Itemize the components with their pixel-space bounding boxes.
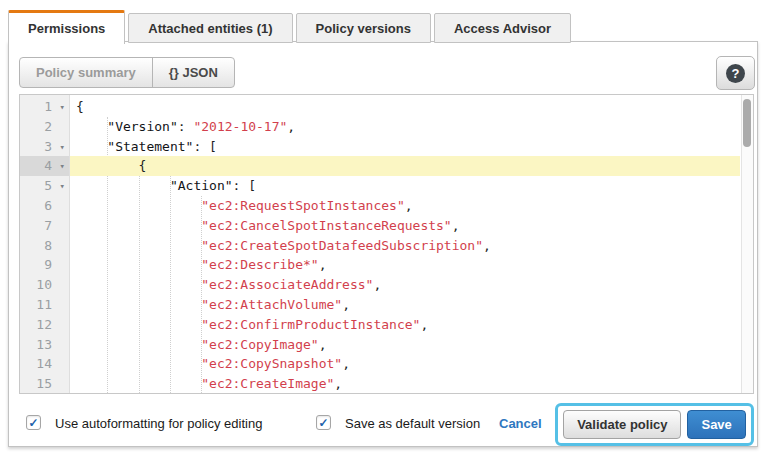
code-line-6[interactable]: 6 "ec2:RequestSpotInstances", (20, 196, 740, 216)
validate-policy-button[interactable]: Validate policy (563, 410, 681, 439)
code-line-10[interactable]: 10 "ec2:AssociateAddress", (20, 275, 740, 295)
code-text: "ec2:AttachVolume", (70, 295, 740, 315)
policy-detail-panel: Policy summary {} JSON ? 1▾{2 "Version":… (8, 41, 758, 447)
line-number[interactable]: 14 (20, 354, 70, 374)
code-line-12[interactable]: 12 "ec2:ConfirmProductInstance", (20, 315, 740, 335)
tab-label: Access Advisor (454, 21, 551, 36)
fold-arrow-icon[interactable]: ▾ (60, 177, 65, 197)
help-icon: ? (726, 64, 745, 83)
fold-arrow-icon[interactable]: ▾ (60, 98, 65, 118)
policy-json-editor[interactable]: 1▾{2 "Version": "2012-10-17",3▾ "Stateme… (19, 94, 754, 394)
code-line-3[interactable]: 3▾ "Statement": [ (20, 137, 740, 157)
code-text: "ec2:Describe*", (70, 255, 740, 275)
tab-attached-entities-1[interactable]: Attached entities (1) (128, 13, 292, 43)
code-line-8[interactable]: 8 "ec2:CreateSpotDatafeedSubscription", (20, 236, 740, 256)
code-text: "Action": [ (70, 176, 740, 196)
code-text: { (70, 156, 740, 176)
tab-label: Policy versions (316, 21, 411, 36)
save-default-version-checkbox[interactable]: ✓ (316, 415, 331, 430)
help-button[interactable]: ? (716, 56, 755, 90)
line-number[interactable]: 2 (20, 117, 70, 137)
line-number[interactable]: 9 (20, 255, 70, 275)
code-text: "ec2:AssociateAddress", (70, 275, 740, 295)
save-default-version-label: Save as default version (345, 416, 480, 431)
code-lines: 1▾{2 "Version": "2012-10-17",3▾ "Stateme… (20, 97, 740, 394)
fold-arrow-icon[interactable]: ▾ (60, 157, 65, 177)
code-line-5[interactable]: 5▾ "Action": [ (20, 176, 740, 196)
json-view-button[interactable]: {} JSON (153, 58, 234, 87)
line-number[interactable]: 10 (20, 275, 70, 295)
code-line-9[interactable]: 9 "ec2:Describe*", (20, 255, 740, 275)
code-line-14[interactable]: 14 "ec2:CopySnapshot", (20, 354, 740, 374)
code-text: "ec2:CreateSpotDatafeedSubscription", (70, 236, 740, 256)
line-number[interactable]: 12 (20, 315, 70, 335)
line-number[interactable]: 11 (20, 295, 70, 315)
cancel-link[interactable]: Cancel (499, 416, 542, 431)
tab-policy-versions[interactable]: Policy versions (296, 13, 431, 43)
line-number[interactable]: 15 (20, 374, 70, 394)
tab-strip: PermissionsAttached entities (1)Policy v… (8, 10, 571, 44)
code-line-7[interactable]: 7 "ec2:CancelSpotInstanceRequests", (20, 216, 740, 236)
fold-arrow-icon[interactable]: ▾ (60, 138, 65, 158)
code-text: "ec2:RequestSpotInstances", (70, 196, 740, 216)
code-text: "Statement": [ (70, 137, 740, 157)
code-text: "Version": "2012-10-17", (70, 117, 740, 137)
policy-summary-button[interactable]: Policy summary (20, 58, 153, 87)
view-toggle-group: Policy summary {} JSON (19, 57, 235, 88)
save-button[interactable]: Save (687, 410, 745, 439)
line-number[interactable]: 1▾ (20, 97, 70, 117)
code-line-15[interactable]: 15 "ec2:CreateImage", (20, 374, 740, 394)
code-line-4[interactable]: 4▾ { (20, 156, 740, 176)
tab-label: Attached entities (1) (148, 21, 272, 36)
code-text: { (70, 97, 740, 117)
line-number[interactable]: 4▾ (20, 156, 70, 176)
autoformat-label: Use autoformatting for policy editing (55, 416, 262, 431)
code-text: "ec2:CancelSpotInstanceRequests", (70, 216, 740, 236)
code-text: "ec2:CopySnapshot", (70, 354, 740, 374)
tab-access-advisor[interactable]: Access Advisor (434, 13, 571, 43)
code-line-11[interactable]: 11 "ec2:AttachVolume", (20, 295, 740, 315)
line-number[interactable]: 13 (20, 335, 70, 355)
code-line-13[interactable]: 13 "ec2:CopyImage", (20, 335, 740, 355)
code-text: "ec2:CreateImage", (70, 374, 740, 394)
editor-scrollbar[interactable] (741, 95, 753, 393)
line-number[interactable]: 8 (20, 236, 70, 256)
code-line-2[interactable]: 2 "Version": "2012-10-17", (20, 117, 740, 137)
autoformat-checkbox[interactable]: ✓ (26, 415, 41, 430)
line-number[interactable]: 6 (20, 196, 70, 216)
tab-label: Permissions (28, 21, 105, 36)
line-number[interactable]: 5▾ (20, 176, 70, 196)
code-text: "ec2:CopyImage", (70, 335, 740, 355)
code-text: "ec2:ConfirmProductInstance", (70, 315, 740, 335)
code-line-1[interactable]: 1▾{ (20, 97, 740, 117)
scrollbar-thumb[interactable] (743, 99, 751, 147)
line-number[interactable]: 7 (20, 216, 70, 236)
action-buttons-highlight: Validate policy Save (555, 403, 754, 446)
tab-permissions[interactable]: Permissions (8, 10, 125, 44)
line-number[interactable]: 3▾ (20, 137, 70, 157)
